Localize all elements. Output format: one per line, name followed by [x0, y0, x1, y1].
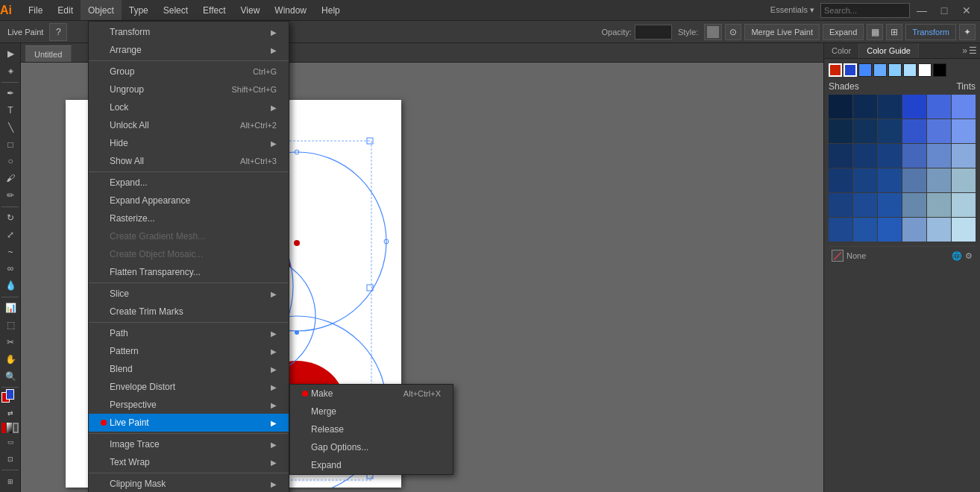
swatch-black[interactable] — [933, 63, 946, 77]
menu-type[interactable]: Type — [122, 0, 156, 20]
shade-cell[interactable] — [878, 193, 902, 217]
expand-icon[interactable]: ▦ — [867, 24, 883, 40]
search-input[interactable] — [820, 3, 910, 18]
shade-cell[interactable] — [927, 119, 951, 143]
normal-mode[interactable]: ▭ — [1, 435, 19, 450]
shade-cell[interactable] — [952, 144, 976, 168]
menu-create-trim-marks[interactable]: Create Trim Marks — [89, 303, 289, 321]
panel-menu-icon[interactable]: ☰ — [969, 45, 977, 56]
stroke-color[interactable] — [6, 389, 14, 400]
menu-unlock-all[interactable]: Unlock All Alt+Ctrl+2 — [89, 116, 289, 134]
shade-cell[interactable] — [829, 144, 852, 168]
shade-cell[interactable] — [952, 119, 976, 143]
swatch-blue4[interactable] — [888, 63, 902, 77]
menu-pattern[interactable]: Pattern ▶ — [89, 342, 289, 360]
shade-cell[interactable] — [829, 119, 852, 143]
brush-tool[interactable]: 🖌 — [1, 171, 19, 186]
menu-transform[interactable]: Transform ▶ — [89, 23, 289, 41]
menu-help[interactable]: Help — [314, 0, 348, 20]
shade-cell[interactable] — [829, 218, 852, 242]
shade-cell[interactable] — [902, 95, 926, 119]
blend-tool[interactable]: ∞ — [1, 261, 19, 277]
scale-tool[interactable]: ⤢ — [1, 227, 19, 242]
shade-cell[interactable] — [952, 218, 976, 242]
shade-cell[interactable] — [927, 193, 951, 217]
shade-cell[interactable] — [878, 119, 902, 143]
line-tool[interactable]: ╲ — [1, 119, 19, 135]
document-tab[interactable]: Untitled — [25, 45, 72, 62]
gradient-btn[interactable] — [7, 423, 11, 433]
menu-text-wrap[interactable]: Text Wrap ▶ — [89, 453, 289, 471]
swatch-red[interactable] — [829, 63, 842, 77]
shade-cell[interactable] — [853, 168, 877, 192]
menu-view[interactable]: View — [233, 0, 268, 20]
menu-effect[interactable]: Effect — [195, 0, 233, 20]
menu-lock[interactable]: Lock ▶ — [89, 98, 289, 116]
menu-expand[interactable]: Expand... — [89, 174, 289, 192]
swap-colors[interactable]: ⇄ — [1, 406, 19, 421]
panel-settings-icon[interactable]: ⚙ — [965, 251, 973, 261]
submenu-make[interactable]: Make Alt+Ctrl+X — [290, 385, 453, 403]
slice-tool[interactable]: ✂ — [1, 334, 19, 350]
menu-show-all[interactable]: Show All Alt+Ctrl+3 — [89, 152, 289, 170]
submenu-gap-options[interactable]: Gap Options... — [290, 438, 453, 456]
menu-path[interactable]: Path ▶ — [89, 324, 289, 342]
style-options-icon[interactable]: ⊙ — [725, 24, 741, 40]
shade-cell[interactable] — [829, 168, 852, 192]
eyedropper-tool[interactable]: 💧 — [1, 278, 19, 294]
select-tool[interactable]: ▶ — [1, 46, 19, 62]
shade-cell[interactable] — [927, 95, 951, 119]
color-guide-tab[interactable]: Color Guide — [859, 43, 919, 58]
shade-cell[interactable] — [853, 218, 877, 242]
menu-edit[interactable]: Edit — [50, 0, 81, 20]
shade-cell[interactable] — [902, 144, 926, 168]
grid-icon[interactable]: ⊞ — [886, 24, 902, 40]
zoom-tool[interactable]: 🔍 — [1, 368, 19, 384]
view-mode[interactable]: ⊞ — [1, 473, 19, 489]
submenu-release[interactable]: Release — [290, 420, 453, 438]
maximize-button[interactable]: □ — [934, 0, 955, 21]
shade-cell[interactable] — [952, 95, 976, 119]
shade-cell[interactable] — [952, 193, 976, 217]
menu-object[interactable]: Object — [81, 0, 122, 20]
graph-tool[interactable]: 📊 — [1, 300, 19, 316]
menu-perspective[interactable]: Perspective ▶ — [89, 396, 289, 414]
panel-expand-icon[interactable]: » — [962, 45, 967, 56]
merge-live-paint-button[interactable]: Merge Live Paint — [744, 24, 820, 40]
swatch-blue3[interactable] — [873, 63, 887, 77]
shade-cell[interactable] — [829, 95, 852, 119]
menu-envelope-distort[interactable]: Envelope Distort ▶ — [89, 378, 289, 396]
hand-tool[interactable]: ✋ — [1, 351, 19, 367]
ellipse-tool[interactable]: ○ — [1, 154, 19, 169]
shade-cell[interactable] — [853, 119, 877, 143]
swatch-blue1[interactable] — [844, 63, 857, 77]
menu-slice[interactable]: Slice ▶ — [89, 285, 289, 303]
pencil-tool[interactable]: ✏ — [1, 188, 19, 204]
menu-ungroup[interactable]: Ungroup Shift+Ctrl+G — [89, 81, 289, 98]
menu-expand-appearance[interactable]: Expand Appearance — [89, 192, 289, 209]
pen-tool[interactable]: ✒ — [1, 86, 19, 101]
artboard-tool[interactable]: ⬚ — [1, 318, 19, 333]
shade-cell[interactable] — [878, 144, 902, 168]
direct-select-tool[interactable]: ◈ — [1, 63, 19, 79]
menu-hide[interactable]: Hide ▶ — [89, 134, 289, 152]
shade-cell[interactable] — [853, 193, 877, 217]
color-btn[interactable] — [1, 423, 6, 433]
menu-window[interactable]: Window — [267, 0, 314, 20]
menu-flatten-transparency[interactable]: Flatten Transparency... — [89, 263, 289, 281]
swatch-blue2[interactable] — [858, 63, 872, 77]
shade-cell[interactable] — [878, 168, 902, 192]
opacity-input[interactable]: 100% — [635, 25, 672, 40]
expand-button[interactable]: Expand — [823, 24, 864, 40]
shade-cell[interactable] — [853, 144, 877, 168]
menu-live-paint[interactable]: Live Paint ▶ — [89, 414, 289, 432]
submenu-merge[interactable]: Merge — [290, 403, 453, 420]
shade-cell[interactable] — [952, 168, 976, 192]
shade-cell[interactable] — [853, 95, 877, 119]
minimize-button[interactable]: — — [911, 0, 932, 21]
panel-web-icon[interactable]: 🌐 — [952, 251, 962, 261]
style-swatch[interactable] — [704, 24, 722, 40]
none-btn[interactable] — [13, 423, 19, 433]
shade-cell[interactable] — [927, 168, 951, 192]
swatch-white[interactable] — [918, 63, 932, 77]
